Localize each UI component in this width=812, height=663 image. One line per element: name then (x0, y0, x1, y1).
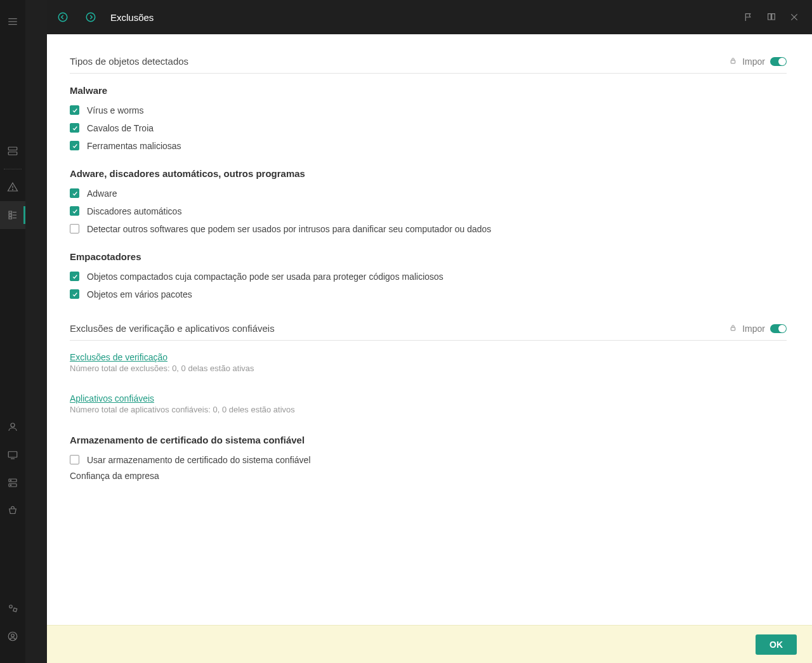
svg-point-23 (58, 13, 67, 22)
checkbox-virus-worms[interactable] (70, 105, 79, 115)
company-trust-label: Confiança da empresa (70, 471, 787, 481)
section-icon (81, 8, 100, 27)
panel-footer: OK (47, 625, 812, 663)
subsection-title: Malware (70, 85, 787, 96)
sidebar-item-user-icon[interactable] (0, 413, 25, 441)
svg-point-22 (11, 634, 15, 637)
close-icon[interactable] (787, 10, 802, 25)
svg-point-20 (10, 605, 13, 608)
checkbox-label: Discadores automáticos (87, 204, 181, 218)
impor-label: Impor (742, 324, 765, 334)
svg-point-18 (10, 480, 11, 481)
checkbox-label: Cavalos de Troia (87, 121, 154, 135)
impor-toggle-exclusions[interactable] (770, 324, 787, 333)
flag-icon[interactable] (741, 10, 756, 25)
sidebar-item-account-icon[interactable] (0, 622, 25, 650)
svg-rect-29 (731, 327, 735, 330)
panel-header: Exclusões (47, 0, 812, 34)
trusted-apps-hint: Número total de aplicativos confiáveis: … (70, 405, 787, 414)
impor-toggle-detected-types[interactable] (770, 57, 787, 66)
svg-rect-7 (9, 211, 12, 213)
svg-point-24 (86, 13, 95, 22)
svg-rect-9 (9, 217, 12, 219)
svg-rect-28 (731, 60, 735, 63)
subsection-cert-store: Armazenamento de certificado do sistema … (70, 435, 787, 481)
checkbox-label: Usar armazenamento de certificado do sis… (87, 453, 311, 467)
menu-icon[interactable] (0, 8, 25, 36)
checkbox-label: Vírus e worms (87, 103, 143, 117)
book-icon[interactable] (764, 10, 779, 25)
subsection-title: Adware, discadores automáticos, outros p… (70, 168, 787, 179)
checkbox-label: Ferramentas maliciosas (87, 139, 181, 153)
subsection-title: Armazenamento de certificado do sistema … (70, 435, 787, 445)
checkbox-adware[interactable] (70, 188, 79, 198)
checkbox-other-software[interactable] (70, 224, 79, 233)
lock-icon (729, 324, 737, 334)
svg-point-6 (13, 189, 13, 190)
checkbox-multipacked[interactable] (70, 289, 79, 299)
impor-label: Impor (742, 56, 765, 67)
sidebar-item-server-icon[interactable] (0, 469, 25, 497)
subsection-packers: Empacotadores Objetos compactados cuja c… (70, 251, 787, 301)
lock-icon (729, 56, 737, 67)
checkbox-label: Detectar outros softwares que podem ser … (87, 222, 491, 236)
section-header-detected-types: Tipos de objetos detectados Impor (70, 56, 787, 74)
svg-point-19 (10, 485, 11, 485)
trusted-apps-block: Aplicativos confiáveis Número total de a… (70, 393, 787, 414)
svg-point-13 (11, 423, 15, 427)
scan-exclusions-block: Exclusões de verificação Número total de… (70, 352, 787, 373)
trusted-apps-link[interactable]: Aplicativos confiáveis (70, 393, 154, 404)
back-icon[interactable] (53, 8, 72, 27)
sidebar-item-settings-icon[interactable] (0, 594, 25, 622)
section-title: Tipos de objetos detectados (70, 56, 188, 67)
ok-button[interactable]: OK (756, 634, 797, 655)
checkbox-malicious-tools[interactable] (70, 141, 79, 150)
sidebar-item-devices-icon[interactable] (0, 441, 25, 469)
checkbox-label: Adware (87, 187, 117, 200)
svg-rect-14 (8, 452, 17, 457)
checkbox-autodialers[interactable] (70, 206, 79, 216)
scan-exclusions-link[interactable]: Exclusões de verificação (70, 352, 167, 362)
scan-exclusions-hint: Número total de exclusões: 0, 0 delas es… (70, 364, 787, 373)
subsection-malware: Malware Vírus e worms Cavalos de Troia F… (70, 85, 787, 153)
panel-title: Exclusões (110, 12, 154, 23)
subsection-title: Empacotadores (70, 251, 787, 262)
secondary-sidebar (25, 0, 47, 663)
sidebar-item-dashboard-icon[interactable] (0, 137, 25, 165)
checkbox-use-cert-store[interactable] (70, 455, 79, 464)
section-title: Exclusões de verificação e aplicativos c… (70, 323, 275, 334)
checkbox-label: Objetos em vários pacotes (87, 287, 192, 301)
svg-rect-8 (9, 214, 12, 216)
sidebar-item-policies-icon[interactable] (0, 201, 25, 229)
section-header-exclusions: Exclusões de verificação e aplicativos c… (70, 323, 787, 341)
checkbox-packed-objects[interactable] (70, 272, 79, 281)
primary-sidebar (0, 0, 25, 663)
sidebar-item-store-icon[interactable] (0, 497, 25, 525)
svg-rect-3 (8, 147, 17, 150)
checkbox-trojans[interactable] (70, 123, 79, 133)
subsection-adware: Adware, discadores automáticos, outros p… (70, 168, 787, 236)
sidebar-item-alert-icon[interactable] (0, 173, 25, 201)
checkbox-label: Objetos compactados cuja compactação pod… (87, 270, 443, 284)
panel-body: Tipos de objetos detectados Impor Malwar… (47, 34, 812, 625)
svg-rect-4 (8, 152, 17, 155)
